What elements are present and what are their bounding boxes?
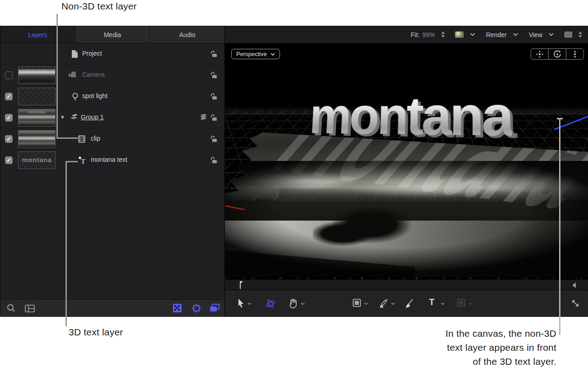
- layer-name: spot light: [82, 92, 107, 99]
- playhead-marker[interactable]: [239, 281, 244, 289]
- layer-name: Camera: [82, 71, 105, 78]
- film-clip-icon: [78, 135, 85, 143]
- panel-bottom-bar: [0, 299, 224, 317]
- layer-name: montana text: [91, 156, 127, 163]
- chevron-down-icon[interactable]: [391, 302, 395, 305]
- expand-view-icon[interactable]: [571, 299, 580, 308]
- annotation-line-3d-vertical: [65, 161, 67, 326]
- unlock-icon[interactable]: [210, 114, 217, 121]
- visibility-checkbox[interactable]: ✓: [5, 135, 13, 143]
- layer-row-spot-light[interactable]: ✓ spot light: [0, 86, 224, 107]
- layer-thumbnail[interactable]: [18, 66, 56, 84]
- layer-row-project[interactable]: Project: [0, 43, 224, 65]
- annotation-line-non3d-elbow: [56, 137, 78, 139]
- panel-tab-bar: Layers Media Audio: [0, 26, 224, 43]
- visibility-checkbox[interactable]: [5, 71, 13, 79]
- fit-label: Fit:: [411, 31, 420, 38]
- disclosure-triangle[interactable]: ▼: [60, 114, 65, 120]
- unlock-icon[interactable]: [210, 50, 217, 57]
- thumbnail-text: montana: [19, 156, 55, 164]
- svg-text:T: T: [81, 158, 85, 165]
- unlock-icon[interactable]: [210, 156, 217, 164]
- layer-row-camera[interactable]: Camera: [0, 65, 224, 86]
- chevron-down-icon[interactable]: [364, 302, 368, 305]
- zoom-value: 99%: [422, 31, 435, 38]
- zoom-stepper[interactable]: [441, 32, 445, 38]
- layer-thumbnail[interactable]: [18, 88, 56, 105]
- gear-icon[interactable]: [192, 304, 201, 313]
- layer-thumbnail[interactable]: [18, 130, 56, 148]
- visibility-checkbox[interactable]: ✓: [5, 93, 13, 100]
- light-bulb-icon: [72, 93, 79, 101]
- annotation-caption: In the canvas, the non-3D text layer app…: [388, 326, 556, 368]
- document-icon: [71, 50, 78, 58]
- view-nav-tools: [531, 48, 584, 60]
- tab-media[interactable]: Media: [75, 26, 150, 43]
- view-menu[interactable]: View: [529, 31, 542, 38]
- bezier-pen-tool[interactable]: [379, 299, 388, 308]
- search-icon[interactable]: [7, 304, 15, 312]
- layer-name: Group 1: [81, 113, 104, 121]
- group-layers-icon: [70, 114, 78, 120]
- mask-tool-disabled: [457, 299, 465, 307]
- render-menu[interactable]: Render: [486, 31, 507, 38]
- canvas-viewport[interactable]: montana montana montana Perspective: [225, 43, 588, 279]
- camera-icon: [68, 71, 78, 78]
- layer-list: Project Camera ✓: [0, 43, 224, 171]
- shape-rect-tool[interactable]: [353, 299, 361, 307]
- timeline-end-marker[interactable]: [572, 283, 576, 288]
- clip-layer-image: montana: [225, 43, 588, 279]
- layer-thumbnail[interactable]: montana: [18, 109, 56, 127]
- canvas-toolbar: Fit: 99% Render View: [225, 26, 588, 43]
- annotation-line-non3d-vertical: [56, 14, 58, 139]
- orbit-view-button[interactable]: [548, 49, 566, 59]
- select-tool[interactable]: [238, 299, 244, 308]
- dolly-view-button[interactable]: [566, 49, 583, 59]
- layer-name: clip: [91, 135, 100, 142]
- camera-menu-label: Perspective: [236, 51, 267, 57]
- paint-brush-tool[interactable]: [406, 299, 414, 308]
- layer-row-group-1[interactable]: ✓ montana ▼ Group 1: [0, 107, 224, 128]
- motion-app-window: Layers Media Audio Project: [0, 26, 588, 316]
- text-tool[interactable]: T: [429, 297, 434, 307]
- annotation-non-3d-text-layer: Non-3D text layer: [61, 1, 137, 12]
- color-channel-swatch[interactable]: [455, 31, 464, 38]
- chevron-down-icon[interactable]: [470, 33, 475, 36]
- layer-name: Project: [82, 50, 102, 57]
- visibility-checkbox[interactable]: ✓: [5, 114, 13, 122]
- unlock-icon[interactable]: [210, 135, 217, 142]
- chevron-down-icon[interactable]: [247, 302, 252, 305]
- chevron-down-icon: [469, 302, 473, 305]
- window-layout-icon[interactable]: [565, 32, 572, 38]
- layout-stepper[interactable]: [579, 32, 582, 38]
- annotation-line-3d-elbow: [65, 161, 78, 162]
- chevron-down-icon[interactable]: [441, 302, 445, 305]
- visibility-checkbox[interactable]: ✓: [5, 156, 13, 164]
- chevron-down-icon[interactable]: [301, 302, 305, 305]
- checkerboard-icon[interactable]: [173, 304, 182, 312]
- layered-panes-icon[interactable]: [210, 304, 219, 312]
- transform-3d-tool[interactable]: [266, 299, 275, 309]
- layers-stack-icon[interactable]: [199, 114, 207, 121]
- thumbnail-text: montana: [19, 110, 55, 114]
- tab-layers[interactable]: Layers: [0, 26, 75, 43]
- annotation-3d-text-layer: 3D text layer: [69, 327, 123, 338]
- pan-hand-tool[interactable]: [289, 299, 297, 308]
- unlock-icon[interactable]: [210, 93, 217, 100]
- annotation-line-canvas-vertical: [559, 118, 560, 335]
- vignette: [225, 161, 588, 279]
- mini-timeline[interactable]: [225, 279, 588, 290]
- chevron-down-icon: [549, 33, 554, 36]
- pan-view-button[interactable]: [531, 49, 548, 59]
- tab-audio[interactable]: Audio: [149, 26, 224, 43]
- canvas-column: Fit: 99% Render View montana montana: [225, 26, 588, 317]
- text-3d-icon: T: [78, 156, 86, 165]
- camera-menu-button[interactable]: Perspective: [231, 49, 280, 59]
- layer-thumbnail[interactable]: montana: [18, 151, 56, 169]
- unlock-icon[interactable]: [210, 71, 217, 79]
- layers-panel: Layers Media Audio Project: [0, 26, 225, 317]
- filter-view-icon[interactable]: [25, 305, 35, 312]
- layer-row-montana-text[interactable]: ✓ montana T montana text: [0, 150, 224, 171]
- canvas-tools-bar: T: [225, 291, 588, 317]
- layer-row-clip[interactable]: ✓ clip: [0, 128, 224, 150]
